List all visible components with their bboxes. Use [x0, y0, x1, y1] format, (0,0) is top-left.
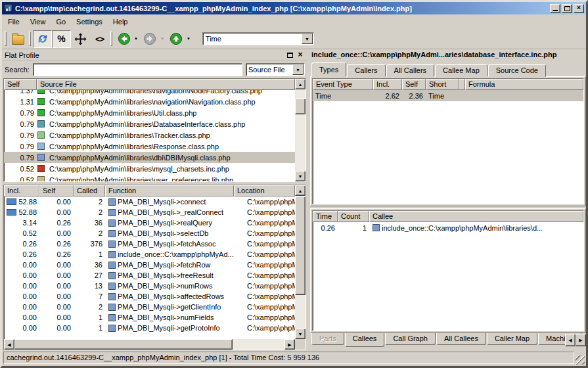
window-title: C:\xampp\tmp\cachegrind.out.1416463299-C… [14, 5, 550, 12]
event-type-combobox[interactable]: Time ▼ [202, 32, 314, 45]
function-row[interactable]: 0.000.001PMA_DBI_Mysqli->numFieldsC:\xam… [4, 312, 305, 323]
column-header-self[interactable]: Self [4, 79, 37, 90]
column-header-called[interactable]: Called [74, 185, 105, 196]
back-dropdown-arrow[interactable]: ▼ [134, 37, 138, 41]
function-row[interactable]: 0.000.0027PMA_DBI_Mysqli->freeResultC:\x… [4, 270, 305, 281]
menu-item-go[interactable]: Go [51, 16, 71, 28]
tab-call-graph[interactable]: Call Graph [385, 333, 436, 345]
combobox-dropdown-button[interactable]: ▼ [302, 34, 313, 44]
tab-parts[interactable]: Parts [311, 333, 344, 345]
column-header-incl[interactable]: Incl. [4, 185, 39, 196]
combobox-dropdown-button[interactable]: ▼ [292, 64, 304, 75]
reload-button[interactable] [33, 30, 52, 48]
search-input[interactable] [33, 63, 242, 76]
tab-callees[interactable]: Callees [345, 333, 385, 347]
source-file-row[interactable]: 0.52C:\xampp\phpMyAdmin\libraries\user_p… [4, 174, 305, 182]
function-row[interactable]: 52.880.002PMA_DBI_Mysqli->connectC:\xamp… [4, 196, 305, 207]
forward-button[interactable] [141, 30, 160, 48]
detail-panel: include_once::C:\xampp\phpMyAdmi...aries… [310, 49, 586, 350]
function-row[interactable]: 0.260.26376PMA_DBI_Mysqli->fetchAssocC:\… [4, 239, 305, 249]
toolbar-handle[interactable] [5, 32, 7, 46]
column-header-location[interactable]: Location [234, 185, 295, 196]
column-header-self[interactable]: Self [39, 185, 74, 196]
column-header-count[interactable]: Count [338, 211, 369, 222]
maximize-button[interactable] [562, 4, 572, 13]
menu-item-view[interactable]: View [25, 16, 51, 28]
dock-close-button[interactable]: × [296, 51, 305, 60]
function-row[interactable]: 0.000.001PMA_DBI_Mysqli->getProtoInfoC:\… [4, 323, 305, 333]
scroll-up-button[interactable]: ▲ [295, 185, 305, 196]
tab-callers[interactable]: Callers [347, 64, 385, 77]
expand-areas-button[interactable] [71, 30, 90, 48]
column-header-time[interactable]: Time [313, 211, 338, 222]
tab-scroll-right-button[interactable]: ▶ [576, 334, 586, 346]
column-header-event-type[interactable]: Event Type [313, 79, 373, 90]
tab-caller-map[interactable]: Caller Map [487, 333, 537, 345]
close-button[interactable]: × [574, 4, 584, 13]
vertical-scrollbar[interactable]: ▲ ▼ [295, 79, 305, 181]
function-row[interactable]: 52.880.002PMA_DBI_Mysqli->_realConnectC:… [4, 207, 305, 218]
grouping-combobox[interactable]: Source File ▼ [246, 63, 305, 76]
up-button[interactable] [167, 30, 186, 48]
callee-row[interactable]: 0.261include_once::C:\xampp\phpMyAdmin\l… [313, 222, 583, 233]
back-button[interactable] [114, 30, 133, 48]
dock-float-button[interactable] [285, 51, 294, 60]
menu-item-help[interactable]: Help [108, 16, 133, 28]
column-header-source-file[interactable]: Source File [37, 79, 295, 90]
vertical-scrollbar[interactable]: ▲ ▼ [295, 185, 305, 339]
scrollbar-thumb[interactable] [295, 99, 305, 114]
scrollbar-thumb[interactable] [14, 339, 233, 350]
column-header-function[interactable]: Function [105, 185, 234, 196]
file-self-cost: 0.52 [4, 165, 37, 173]
tab-types[interactable]: Types [311, 62, 346, 77]
function-called-count: 2 [74, 229, 105, 237]
scrollbar-thumb[interactable] [295, 196, 305, 295]
source-file-row[interactable]: 0.79C:\xampp\phpMyAdmin\libraries\Tracke… [4, 129, 305, 141]
menu-item-settings[interactable]: Settings [71, 16, 108, 28]
source-file-row[interactable]: 0.79C:\xampp\phpMyAdmin\libraries\Respon… [4, 141, 305, 152]
scroll-down-button[interactable]: ▼ [295, 329, 305, 339]
toolbar-handle[interactable] [110, 32, 112, 46]
tab-source-code[interactable]: Source Code [488, 64, 546, 77]
menu-item-file[interactable]: File [3, 16, 25, 28]
incl-value: 0.00 [23, 324, 37, 332]
source-file-row[interactable]: 0.79C:\xampp\phpMyAdmin\libraries\Databa… [4, 118, 305, 129]
function-row[interactable]: 0.000.002PMA_DBI_Mysqli->getClientInfoC:… [4, 302, 305, 312]
resize-grip[interactable] [576, 356, 585, 365]
source-file-row[interactable]: 0.79C:\xampp\phpMyAdmin\libraries\Util.c… [4, 107, 305, 118]
function-row[interactable]: 0.000.0036PMA_DBI_Mysqli->fetchRowC:\xam… [4, 260, 305, 270]
source-file-row[interactable]: 1.31C:\xampp\phpMyAdmin\libraries\naviga… [4, 96, 305, 107]
tab-all-callers[interactable]: All Callers [386, 64, 435, 77]
column-header-short[interactable]: Short [426, 79, 459, 90]
function-row[interactable]: 0.000.0013PMA_DBI_Mysqli->numRowsC:\xamp… [4, 281, 305, 291]
minimize-button[interactable] [550, 4, 560, 13]
column-header-incl[interactable]: Incl. [373, 79, 402, 90]
function-row[interactable]: 0.260.261include_once::C:\xampp\phpMyAd.… [4, 249, 305, 260]
scroll-down-button[interactable]: ▼ [295, 171, 305, 181]
cycle-detection-button[interactable]: <> [90, 30, 109, 48]
source-file-row[interactable]: 0.52C:\xampp\phpMyAdmin\libraries\mysql_… [4, 163, 305, 174]
scroll-right-button[interactable]: ▶ [284, 339, 295, 350]
scroll-up-button[interactable]: ▲ [295, 79, 305, 89]
callees-table-header: TimeCountCallee [313, 211, 583, 222]
event-type-row[interactable]: Time2.622.36Time [313, 90, 583, 101]
column-header-callee[interactable]: Callee [369, 211, 583, 222]
source-file-row[interactable]: 0.79C:\xampp\phpMyAdmin\libraries\dbi\DB… [4, 152, 305, 163]
function-row[interactable]: 3.140.2636PMA_DBI_Mysqli->realQueryC:\xa… [4, 218, 305, 228]
scroll-left-button[interactable]: ◀ [4, 339, 14, 350]
toolbar-handle[interactable] [29, 32, 31, 46]
horizontal-scrollbar[interactable]: ◀ ▶ [4, 339, 295, 350]
tab-callee-map[interactable]: Callee Map [435, 64, 487, 77]
up-dropdown-arrow[interactable]: ▼ [187, 37, 191, 41]
function-row[interactable]: 0.000.007PMA_DBI_Mysqli->affectedRowsC:\… [4, 291, 305, 302]
arrow-right-icon: ▶ [288, 342, 291, 347]
open-file-button[interactable] [9, 30, 28, 48]
percentage-toggle-button[interactable]: % [52, 30, 71, 48]
tab-all-callees[interactable]: All Callees [436, 333, 486, 345]
forward-dropdown-arrow[interactable]: ▼ [160, 37, 164, 41]
function-row[interactable]: 0.520.002PMA_DBI_Mysqli->selectDbC:\xamp… [4, 228, 305, 239]
column-header-formula[interactable]: Formula [465, 79, 583, 90]
tab-scroll-left-button[interactable]: ◀ [565, 334, 576, 346]
column-header-self[interactable]: Self [402, 79, 426, 90]
move-arrows-icon [74, 33, 87, 45]
